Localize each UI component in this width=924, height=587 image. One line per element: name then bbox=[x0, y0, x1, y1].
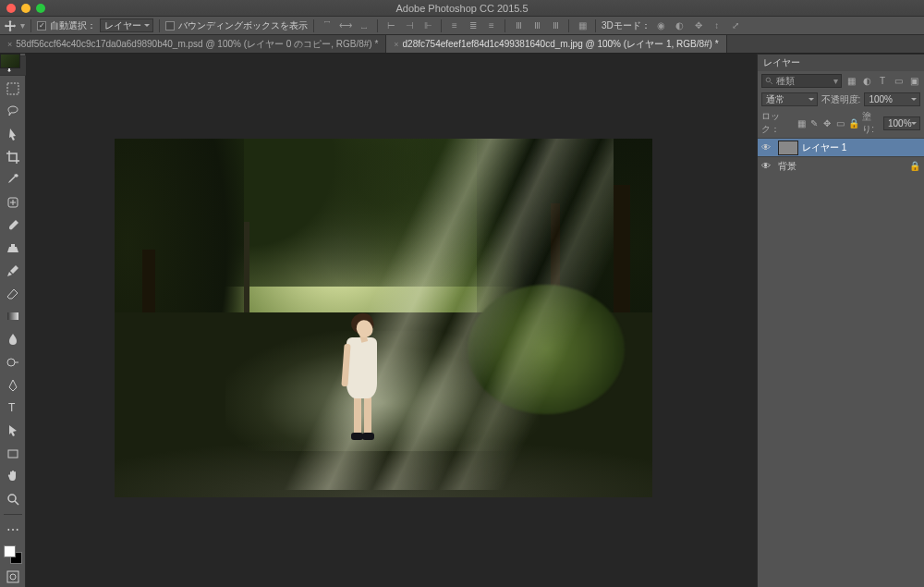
auto-select-target-dropdown[interactable]: レイヤー bbox=[100, 18, 153, 32]
lasso-tool[interactable] bbox=[3, 101, 23, 121]
filter-type-icon[interactable]: T bbox=[876, 75, 889, 88]
document-tab[interactable]: × d28fc754efeef1ef84d1c499381640cd_m.jpg… bbox=[386, 35, 726, 53]
align-right-icon[interactable]: ⊩ bbox=[420, 18, 435, 33]
eraser-tool[interactable] bbox=[3, 284, 23, 304]
layer-filter-dropdown[interactable]: 種類 ▾ bbox=[761, 74, 842, 88]
brush-tool[interactable] bbox=[3, 215, 23, 236]
fill-label: 塗り: bbox=[862, 110, 881, 136]
visibility-toggle-icon[interactable]: 👁 bbox=[758, 142, 774, 153]
marquee-tool[interactable] bbox=[3, 79, 23, 99]
quick-mask-toggle[interactable] bbox=[3, 567, 23, 587]
layer-row[interactable]: 👁 背景 🔒 bbox=[758, 156, 924, 175]
dodge-tool[interactable] bbox=[3, 352, 23, 373]
type-tool[interactable]: T bbox=[3, 397, 23, 418]
show-transform-checkbox[interactable] bbox=[165, 21, 175, 31]
lock-transparency-icon[interactable]: ▦ bbox=[796, 117, 806, 129]
scale-3d-icon[interactable]: ⤢ bbox=[728, 18, 743, 33]
layers-panel-tab[interactable]: レイヤー bbox=[758, 55, 924, 71]
title-bar: Adobe Photoshop CC 2015.5 bbox=[0, 0, 924, 17]
svg-point-9 bbox=[766, 78, 771, 82]
auto-align-icon[interactable]: ▦ bbox=[575, 18, 590, 33]
layer-thumbnail[interactable] bbox=[778, 141, 798, 155]
close-tab-icon[interactable]: × bbox=[394, 40, 398, 49]
auto-select-checkbox[interactable] bbox=[37, 21, 46, 31]
options-bar: ▾ 自動選択： レイヤー バウンディングボックスを表示 ⎴ ⟷ ⎵ ⊢ ⊣ ⊩ … bbox=[0, 17, 924, 35]
color-swatches[interactable] bbox=[4, 545, 22, 564]
lock-position-icon[interactable]: ✥ bbox=[822, 117, 833, 129]
orbit-3d-icon[interactable]: ◉ bbox=[654, 18, 669, 33]
filter-shape-icon[interactable]: ▭ bbox=[892, 75, 905, 88]
canvas-image bbox=[115, 139, 652, 497]
lock-artboard-icon[interactable]: ▭ bbox=[835, 117, 845, 129]
distribute-vcenter-icon[interactable]: ≣ bbox=[466, 18, 480, 33]
svg-point-6 bbox=[8, 495, 16, 502]
lock-all-icon[interactable]: 🔒 bbox=[848, 117, 859, 129]
opacity-dropdown[interactable]: 100% bbox=[864, 92, 920, 106]
align-top-icon[interactable]: ⎴ bbox=[320, 18, 334, 33]
pan-3d-icon[interactable]: ✥ bbox=[691, 18, 706, 33]
app-title: Adobe Photoshop CC 2015.5 bbox=[0, 3, 924, 14]
mode-3d-label: 3Dモード： bbox=[602, 19, 650, 32]
document-tab[interactable]: × 58df56ccf64c40c9c17da0a6d9890b40_m.psd… bbox=[0, 35, 386, 53]
document-canvas[interactable] bbox=[115, 139, 652, 497]
hand-tool[interactable] bbox=[3, 466, 23, 486]
filter-smart-icon[interactable]: ▣ bbox=[907, 75, 920, 88]
layer-row[interactable]: 👁 レイヤー 1 bbox=[758, 138, 924, 156]
distribute-top-icon[interactable]: ≡ bbox=[447, 18, 462, 33]
right-panels: レイヤー 種類 ▾ ▦ ◐ T ▭ ▣ 通常 不透明度: 100% ロック： bbox=[758, 54, 924, 587]
align-hcenter-icon[interactable]: ⊣ bbox=[402, 18, 417, 33]
visibility-toggle-icon[interactable]: 👁 bbox=[758, 161, 774, 171]
move-tool-icon bbox=[4, 19, 17, 32]
clone-stamp-tool[interactable] bbox=[3, 238, 23, 259]
distribute-bottom-icon[interactable]: ≡ bbox=[484, 18, 499, 33]
align-left-icon[interactable]: ⊢ bbox=[383, 18, 398, 33]
slide-3d-icon[interactable]: ↕ bbox=[710, 18, 724, 33]
close-window-button[interactable] bbox=[6, 4, 16, 13]
lock-pixels-icon[interactable]: ✎ bbox=[809, 117, 820, 129]
zoom-window-button[interactable] bbox=[36, 4, 45, 13]
rectangle-tool[interactable] bbox=[3, 444, 23, 464]
show-bbox-label: バウンディングボックスを表示 bbox=[178, 19, 308, 32]
layer-thumbnail[interactable] bbox=[0, 54, 20, 68]
edit-toolbar-button[interactable]: ⋯ bbox=[3, 520, 23, 540]
history-brush-tool[interactable] bbox=[3, 261, 23, 281]
zoom-tool[interactable] bbox=[3, 489, 23, 509]
blend-mode-dropdown[interactable]: 通常 bbox=[761, 92, 818, 106]
search-icon bbox=[765, 77, 773, 85]
pen-tool[interactable] bbox=[3, 375, 23, 396]
quick-select-tool[interactable] bbox=[3, 124, 23, 144]
crop-tool[interactable] bbox=[3, 147, 23, 167]
foreground-color-swatch[interactable] bbox=[4, 545, 16, 557]
fill-dropdown[interactable]: 100% bbox=[883, 116, 920, 130]
align-vcenter-icon[interactable]: ⟷ bbox=[338, 18, 353, 33]
align-bottom-icon[interactable]: ⎵ bbox=[357, 18, 371, 33]
eyedropper-tool[interactable] bbox=[3, 169, 23, 190]
distribute-right-icon[interactable]: Ⅲ bbox=[548, 18, 563, 33]
tools-panel: T ⋯ bbox=[0, 54, 26, 587]
blur-tool[interactable] bbox=[3, 329, 23, 349]
tab-label: d28fc754efeef1ef84d1c499381640cd_m.jpg @… bbox=[403, 38, 719, 51]
healing-brush-tool[interactable] bbox=[3, 192, 23, 213]
lock-label: ロック： bbox=[761, 110, 793, 136]
path-select-tool[interactable] bbox=[3, 421, 23, 441]
canvas-area[interactable] bbox=[26, 54, 758, 587]
roll-3d-icon[interactable]: ◐ bbox=[673, 18, 687, 33]
layer-name[interactable]: レイヤー 1 bbox=[802, 141, 846, 154]
composited-figure bbox=[340, 298, 383, 440]
distribute-hcenter-icon[interactable]: Ⅲ bbox=[529, 18, 544, 33]
svg-rect-7 bbox=[7, 571, 18, 582]
gradient-tool[interactable] bbox=[3, 307, 23, 327]
distribute-left-icon[interactable]: Ⅲ bbox=[511, 18, 526, 33]
svg-point-3 bbox=[7, 359, 15, 366]
layer-filter-label: 種類 bbox=[776, 75, 795, 88]
close-tab-icon[interactable]: × bbox=[7, 40, 12, 49]
filter-adjust-icon[interactable]: ◐ bbox=[860, 75, 873, 88]
svg-rect-2 bbox=[7, 312, 18, 320]
auto-select-label: 自動選択： bbox=[50, 19, 96, 32]
svg-rect-5 bbox=[8, 450, 18, 458]
minimize-window-button[interactable] bbox=[21, 4, 30, 13]
lock-icon: 🔒 bbox=[909, 161, 920, 171]
layer-name[interactable]: 背景 bbox=[778, 160, 796, 173]
tab-label: 58df56ccf64c40c9c17da0a6d9890b40_m.psd @… bbox=[16, 38, 378, 51]
filter-pixel-icon[interactable]: ▦ bbox=[845, 75, 857, 88]
